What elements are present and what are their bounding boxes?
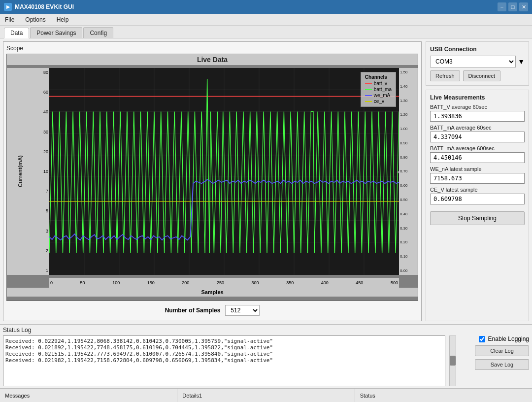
left-tick-80: 80 (34, 70, 48, 75)
legend-color-batt-ma (365, 89, 372, 90)
x-tick-7: 350 (286, 280, 294, 285)
left-tick-60: 60 (34, 90, 48, 95)
status-log-section: Status Log Received: 0.022924,1.195422,8… (0, 324, 532, 388)
disconnect-button[interactable]: Disconnect (463, 70, 500, 81)
chart-legend: Channels batt_v batt_ma we_mA (361, 72, 396, 107)
stop-sampling-button[interactable]: Stop Sampling (430, 211, 525, 225)
samples-select[interactable]: 512 (225, 305, 260, 316)
legend-ce-v: ce_v (365, 99, 392, 104)
com-dropdown-icon[interactable]: ▼ (518, 58, 525, 66)
log-text-area[interactable]: Received: 0.022924,1.195422,8068.338142,… (3, 335, 445, 386)
measurement-label-batt-ma-600: BATT_mA average 600sec (430, 145, 525, 151)
enable-logging-row: Enable Logging (479, 335, 529, 342)
chart-title: Live Data (7, 54, 418, 65)
right-tick-8: 0.60 (400, 183, 417, 188)
left-tick-40: 40 (34, 109, 48, 114)
measurement-value-batt-ma-600: 4.450146 (430, 152, 525, 163)
status-status: Status (355, 389, 532, 402)
menu-bar: File Options Help (0, 14, 532, 26)
right-tick-2: 1.30 (400, 99, 417, 103)
log-line-0: Received: 0.022924,1.195422,8068.338142,… (5, 338, 443, 344)
x-tick-9: 450 (356, 280, 363, 285)
channels-title: Channels (365, 74, 392, 80)
right-tick-5: 0.90 (400, 141, 417, 145)
measurement-value-ce-v: 0.609798 (430, 194, 525, 204)
y-axis-label: Current(mA) (7, 68, 33, 275)
com-port-select[interactable]: COM3 (430, 56, 516, 67)
legend-label-batt-v: batt_v (374, 81, 387, 86)
status-log-container: Received: 0.022924,1.195422,8068.338142,… (3, 335, 529, 386)
clear-log-button[interactable]: Clear Log (475, 345, 529, 356)
tab-power-savings[interactable]: Power Savings (30, 27, 82, 38)
x-axis-label: Samples (7, 288, 418, 297)
log-line-1: Received: 0.021892,1.195422,7748.458175,… (5, 344, 443, 351)
x-tick-8: 400 (321, 280, 329, 285)
right-tick-14: 0.00 (400, 268, 417, 273)
log-line-3: Received: 0.021982,1.195422,7158.672804,… (5, 357, 443, 364)
save-log-button[interactable]: Save Log (475, 359, 529, 370)
right-tick-0: 1.50 (400, 70, 417, 74)
right-tick-4: 1.00 (400, 127, 417, 131)
close-button[interactable]: ✕ (519, 2, 528, 11)
status-details: Details1 (177, 389, 355, 402)
x-tick-10: 500 (391, 280, 398, 285)
log-line-2: Received: 0.021515,1.195422,7773.694972,… (5, 351, 443, 357)
com-select-row: COM3 ▼ (430, 56, 525, 67)
chart-container: Live Data Current(mA) 80 60 40 30 20 10 … (6, 54, 418, 301)
log-scrollbar[interactable] (449, 335, 456, 386)
status-bar: Messages Details1 Status (0, 388, 532, 402)
maximize-button[interactable]: □ (508, 2, 517, 11)
left-tick-3: 3 (34, 229, 48, 234)
legend-color-batt-v (365, 83, 372, 84)
measurement-batt-ma-60: BATT_mA average 60sec 4.337094 (430, 125, 525, 142)
log-controls: Enable Logging Clear Log Save Log (460, 335, 529, 386)
enable-logging-checkbox[interactable] (479, 336, 485, 342)
right-tick-6: 0.80 (400, 155, 417, 160)
right-tick-1: 1.40 (400, 84, 417, 89)
right-tick-9: 0.50 (400, 198, 417, 202)
right-tick-11: 0.30 (400, 226, 417, 231)
right-tick-12: 0.20 (400, 240, 417, 244)
legend-label-batt-ma: batt_ma (374, 87, 392, 92)
left-tick-30: 30 (34, 130, 48, 134)
measurement-label-ce-v: CE_V latest sample (430, 187, 525, 193)
chart-arrow-icon: ◀ (397, 168, 399, 175)
right-tick-7: 0.70 (400, 169, 417, 173)
measurement-value-batt-ma-60: 4.337094 (430, 132, 525, 142)
tab-config[interactable]: Config (83, 27, 113, 38)
live-measurements-section: Live Measurements BATT_V average 60sec 1… (426, 90, 529, 321)
tabs-bar: Data Power Savings Config (0, 26, 532, 38)
live-measurements-title: Live Measurements (430, 94, 525, 101)
measurement-batt-v-60: BATT_V average 60sec 1.393836 (430, 104, 525, 122)
minimize-button[interactable]: − (498, 2, 506, 11)
title-bar: ▶ MAX40108 EVKit GUI − □ ✕ (0, 0, 532, 14)
measurement-label-we-na: WE_nA latest sample (430, 166, 525, 172)
tab-data[interactable]: Data (4, 28, 29, 38)
legend-color-ce-v (365, 101, 372, 102)
left-tick-10: 10 (34, 169, 48, 174)
x-tick-0: 0 (50, 280, 53, 285)
samples-row: Number of Samples 512 (6, 303, 418, 318)
left-tick-1: 1 (34, 268, 48, 273)
menu-file[interactable]: File (3, 15, 16, 24)
left-tick-5: 5 (34, 208, 48, 213)
legend-batt-ma: batt_ma (365, 87, 392, 92)
measurement-ce-v: CE_V latest sample 0.609798 (430, 187, 525, 204)
refresh-button[interactable]: Refresh (430, 70, 460, 81)
left-tick-20: 20 (34, 149, 48, 154)
menu-options[interactable]: Options (23, 15, 47, 24)
x-tick-6: 300 (252, 280, 259, 285)
right-tick-10: 0.40 (400, 212, 417, 216)
measurement-value-batt-v-60: 1.393836 (430, 111, 525, 122)
measurement-label-batt-ma-60: BATT_mA average 60sec (430, 125, 525, 131)
right-tick-13: 0.10 (400, 254, 417, 259)
legend-color-we-ma (365, 95, 372, 96)
x-tick-1: 50 (80, 280, 85, 285)
enable-logging-label: Enable Logging (488, 335, 529, 342)
usb-connection-section: USB Connection COM3 ▼ Refresh Disconnect (426, 41, 529, 86)
window-title: MAX40108 EVKit GUI (15, 3, 74, 10)
measurement-value-we-na: 7158.673 (430, 173, 525, 184)
menu-help[interactable]: Help (55, 15, 71, 24)
usb-btn-row: Refresh Disconnect (430, 70, 525, 81)
scope-label: Scope (6, 45, 418, 52)
